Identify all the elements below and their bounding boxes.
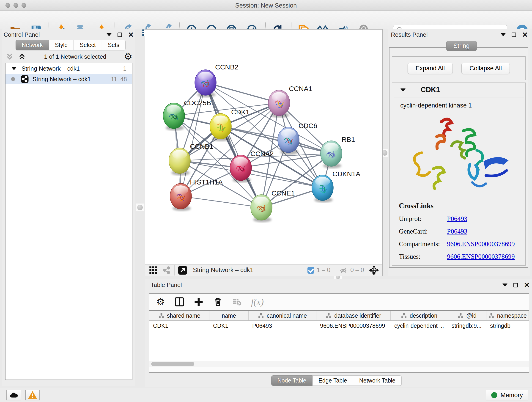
crosslink-link[interactable]: 9606.ENSP00000378699: [447, 253, 515, 260]
table-settings-icon[interactable]: ⚙: [156, 297, 165, 307]
move-crosshair-icon[interactable]: [369, 265, 379, 275]
node-CCNA1[interactable]: CCNA1: [268, 85, 312, 118]
tab-sets[interactable]: Sets: [102, 40, 126, 50]
node-CCNE1[interactable]: CCNE1: [251, 189, 295, 222]
column-label: description: [410, 313, 437, 319]
tab-network-table[interactable]: Network Table: [353, 375, 402, 386]
network-view-toolbar: String Network – cdk1 1 – 0 0 – 0: [145, 264, 382, 276]
expand-all-icon[interactable]: [17, 52, 27, 61]
column-header-@id[interactable]: @id: [448, 311, 486, 320]
network-tree: String Network – cdk1 1 String Network –…: [5, 63, 133, 380]
hidden-eye-icon: [339, 266, 348, 274]
hierarchy-icon: [258, 313, 264, 319]
crosslink-label: Tissues:: [399, 253, 447, 260]
open-in-window-icon[interactable]: [178, 265, 187, 275]
grid-view-icon[interactable]: [149, 266, 158, 275]
collapse-all-button[interactable]: Collapse All: [462, 63, 510, 74]
column-label: database identifier: [334, 313, 381, 319]
network-tree-toolbar: 1 of 1 Network selected ⚙: [5, 51, 133, 62]
collapse-all-icon[interactable]: [5, 52, 14, 61]
column-header-namespace[interactable]: namespace: [486, 311, 529, 320]
node-CCNB1[interactable]: CCNB1: [169, 143, 213, 175]
crosslink-link[interactable]: 9606.ENSP00000378699: [447, 240, 515, 248]
gear-icon[interactable]: ⚙: [124, 52, 133, 61]
collection-count: 1: [123, 65, 127, 72]
window-title: Session: New Session: [0, 2, 532, 9]
left-splitter-handle[interactable]: [136, 204, 144, 211]
node-CDKN1A[interactable]: CDKN1A: [312, 170, 360, 202]
node-label-CCNA2: CCNA2: [250, 150, 274, 157]
network-status-dot: [11, 77, 15, 81]
crosslink-row: GeneCard: P06493: [394, 228, 524, 235]
toolbar-separator: [336, 265, 336, 275]
hierarchy-icon: [401, 313, 407, 319]
tab-node-table[interactable]: Node Table: [271, 375, 312, 386]
node-label-CCNB2: CCNB2: [215, 63, 239, 71]
panel-float-button[interactable]: [513, 283, 518, 287]
column-header-shared-name[interactable]: shared name: [149, 311, 209, 320]
panel-close-button[interactable]: ✕: [524, 283, 530, 287]
panel-menu-button[interactable]: [502, 283, 507, 287]
node-RB1[interactable]: RB1: [321, 136, 355, 168]
crosslink-label: GeneCard:: [399, 228, 447, 235]
node-label-CDKN1A: CDKN1A: [332, 170, 360, 178]
horizontal-scrollbar[interactable]: [149, 361, 529, 367]
node-label-HIST1H1A: HIST1H1A: [190, 178, 223, 186]
scrollbar-thumb[interactable]: [151, 362, 194, 366]
panel-float-button[interactable]: [118, 32, 122, 37]
table-cell: stringdb:9...: [448, 321, 486, 331]
table-body: CDK1CDK1P064939606.ENSP00000378699cyclin…: [149, 321, 529, 331]
network-row[interactable]: String Network – cdk1 11 48: [6, 74, 132, 84]
collection-label: String Network – cdk1: [22, 65, 80, 72]
gene-expander-icon[interactable]: [400, 89, 405, 91]
table-header-row: shared namenamecanonical namedatabase id…: [149, 311, 529, 321]
delete-column-icon[interactable]: [213, 297, 223, 307]
network-selection-status: 1 of 1 Network selected: [27, 53, 124, 60]
table-box: ⚙ f(x) shared namenamecanonical namedata…: [149, 293, 529, 373]
memory-button[interactable]: Memory: [486, 390, 528, 400]
tree-expander-icon[interactable]: [12, 67, 17, 70]
crosslink-label: Uniprot:: [399, 215, 447, 223]
panel-menu-button[interactable]: [107, 33, 112, 36]
delete-table-icon: [232, 297, 241, 306]
warning-button[interactable]: [25, 390, 40, 400]
network-collection-row[interactable]: String Network – cdk1 1: [6, 63, 132, 74]
crosslink-link[interactable]: P06493: [447, 228, 467, 235]
panel-float-button[interactable]: [512, 32, 516, 37]
table-cell: 9606.ENSP00000378699: [317, 321, 391, 331]
gene-section: CDK1 cyclin-dependent kinase 1: [392, 83, 526, 266]
crosslink-link[interactable]: P06493: [447, 215, 467, 223]
crosslink-row: Uniprot: P06493: [394, 215, 524, 223]
tab-string[interactable]: String: [446, 41, 477, 51]
gene-header[interactable]: CDK1: [392, 83, 525, 97]
tab-edge-table[interactable]: Edge Table: [312, 375, 353, 386]
title-bar: Session: New Session: [0, 0, 532, 11]
column-header-name[interactable]: name: [209, 311, 249, 320]
column-label: namespace: [497, 313, 526, 319]
network-canvas[interactable]: CCNB2CCNA1CDC25BCDK1CDC6RB1CCNB1CCNA2CDK…: [145, 30, 382, 264]
node-table: shared namenamecanonical namedatabase id…: [149, 310, 529, 367]
node-label-CCNE1: CCNE1: [272, 189, 295, 197]
tab-network[interactable]: Network: [16, 40, 49, 50]
control-panel-title: Control Panel: [4, 31, 40, 38]
expand-all-button[interactable]: Expand All: [408, 63, 453, 74]
cloud-button[interactable]: [6, 390, 21, 400]
column-header-canonical-name[interactable]: canonical name: [249, 311, 317, 320]
add-column-icon[interactable]: [194, 297, 203, 307]
column-header-description[interactable]: description: [391, 311, 448, 320]
selected-checkbox[interactable]: [307, 267, 314, 274]
panel-close-button[interactable]: ✕: [522, 32, 528, 37]
crosslink-row: Tissues: 9606.ENSP00000378699: [394, 253, 524, 260]
show-columns-icon[interactable]: [175, 297, 184, 307]
panel-menu-button[interactable]: [500, 33, 506, 36]
panel-close-button[interactable]: ✕: [128, 32, 134, 37]
string-app-icon: [21, 75, 29, 83]
table-row[interactable]: CDK1CDK1P064939606.ENSP00000378699cyclin…: [149, 321, 529, 331]
node-HIST1H1A[interactable]: HIST1H1A: [170, 178, 223, 211]
tab-select[interactable]: Select: [74, 40, 102, 50]
column-header-database-identifier[interactable]: database identifier: [317, 311, 391, 320]
cloud-icon: [9, 390, 19, 400]
tab-style[interactable]: Style: [49, 40, 74, 50]
node-label-CCNB1: CCNB1: [190, 143, 213, 150]
network-overview-icon[interactable]: [162, 266, 171, 275]
